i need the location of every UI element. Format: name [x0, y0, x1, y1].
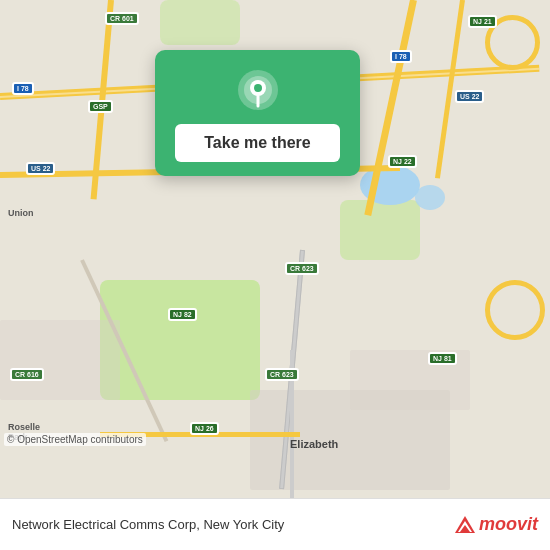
interchange-right — [485, 280, 545, 340]
moovit-logo: moovit — [453, 513, 538, 537]
shield-nj82: NJ 82 — [168, 308, 197, 321]
svg-point-3 — [254, 84, 262, 92]
shield-cr623-1: CR 623 — [285, 262, 319, 275]
shield-gsp: GSP — [88, 100, 113, 113]
shield-nj21: NJ 21 — [468, 15, 497, 28]
park-area-2 — [340, 200, 420, 260]
shield-cr623-2: CR 623 — [265, 368, 299, 381]
moovit-logo-icon — [453, 513, 477, 537]
shield-i78-left: I 78 — [12, 82, 34, 95]
take-me-there-button[interactable]: Take me there — [175, 124, 340, 162]
label-union: Union — [8, 208, 34, 218]
shield-nj22: NJ 22 — [388, 155, 417, 168]
map-card: Take me there — [155, 50, 360, 176]
shield-i78-right: I 78 — [390, 50, 412, 63]
bottom-bar: Network Electrical Comms Corp, New York … — [0, 498, 550, 550]
location-title: Network Electrical Comms Corp, New York … — [12, 517, 284, 532]
shield-us22-right: US 22 — [455, 90, 484, 103]
map-area[interactable]: CR 601 CR 601 I 78 I 78 GSP NJ 21 US 22 … — [0, 0, 550, 498]
shield-us22-left: US 22 — [26, 162, 55, 175]
app-container: CR 601 CR 601 I 78 I 78 GSP NJ 21 US 22 … — [0, 0, 550, 550]
shield-cr616: CR 616 — [10, 368, 44, 381]
park-area-1 — [100, 280, 260, 400]
block-3 — [0, 320, 120, 400]
label-elizabeth: Elizabeth — [290, 438, 338, 450]
map-attribution: © OpenStreetMap contributors — [4, 433, 146, 446]
shield-nj26: NJ 26 — [190, 422, 219, 435]
park-area-3 — [160, 0, 240, 45]
shield-nj81: NJ 81 — [428, 352, 457, 365]
moovit-logo-text: moovit — [479, 514, 538, 535]
shield-cr601-1: CR 601 — [105, 12, 139, 25]
water-body-2 — [415, 185, 445, 210]
location-pin-icon — [236, 68, 280, 112]
